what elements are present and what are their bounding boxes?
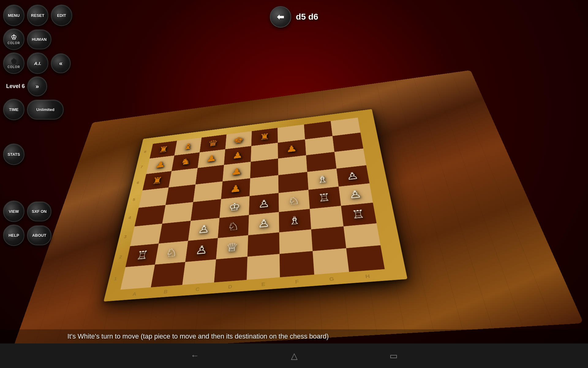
help-button[interactable]: HELP — [3, 224, 24, 246]
navigation-bar: ← △ ▭ — [0, 343, 588, 368]
king-piece-icon: ♔ — [11, 34, 17, 41]
square-f5[interactable] — [278, 172, 308, 193]
ai-row: ♚ COLOR A.I. « — [3, 52, 58, 74]
square-d4[interactable] — [220, 196, 250, 218]
square-f2[interactable] — [279, 229, 313, 254]
about-button[interactable]: ABOUT — [27, 225, 51, 245]
reset-button[interactable]: RESET — [27, 5, 48, 26]
square-h3[interactable] — [341, 203, 376, 226]
top-buttons-row: MENU RESET EDIT — [3, 5, 58, 26]
spacer — [3, 123, 58, 141]
human-button[interactable]: HUMAN — [27, 29, 51, 49]
square-f1[interactable] — [280, 251, 314, 277]
square-b3[interactable] — [159, 221, 190, 243]
square-c5[interactable] — [193, 182, 222, 202]
move-display: ⬅ d5 d6 — [270, 6, 318, 28]
help-row: HELP ABOUT — [3, 224, 58, 246]
square-c1[interactable] — [182, 259, 216, 285]
square-g4[interactable] — [308, 186, 341, 209]
square-f4[interactable] — [279, 190, 310, 212]
spacer2 — [3, 167, 58, 198]
square-b4[interactable] — [162, 202, 193, 224]
chess-board-frame: 8 7 6 5 4 3 2 1 — [104, 109, 407, 302]
square-g3[interactable] — [310, 206, 343, 229]
edit-button[interactable]: EDIT — [51, 5, 72, 26]
square-d5[interactable] — [221, 178, 250, 199]
level-next-button[interactable]: » — [27, 76, 47, 96]
status-message: It's White's turn to move (tap piece to … — [67, 332, 329, 340]
view-row: VIEW SXF ON — [3, 201, 58, 222]
ai-color-button[interactable]: ♚ COLOR — [3, 52, 24, 74]
back-arrow-icon: ⬅ — [277, 12, 284, 22]
square-e5[interactable] — [250, 175, 279, 196]
square-a1[interactable] — [120, 265, 155, 290]
player-row: ♔ COLOR HUMAN — [3, 29, 58, 50]
square-c3[interactable] — [188, 218, 220, 240]
square-f3[interactable] — [279, 209, 311, 232]
undo-button[interactable]: ⬅ — [270, 6, 291, 28]
square-a3[interactable] — [130, 224, 162, 246]
square-h5[interactable] — [336, 165, 369, 186]
view-button[interactable]: VIEW — [3, 201, 24, 222]
square-e4[interactable] — [249, 193, 279, 215]
square-h1[interactable] — [346, 245, 385, 272]
ai-button[interactable]: A.I. — [27, 52, 48, 74]
square-b2[interactable] — [155, 241, 188, 265]
level-prev-button[interactable]: « — [51, 53, 71, 73]
stats-button[interactable]: STATS — [3, 144, 24, 165]
square-g2[interactable] — [311, 226, 346, 251]
sidebar: MENU RESET EDIT ♔ COLOR HUMAN ♚ COLOR — [0, 0, 61, 251]
square-e1[interactable] — [247, 254, 280, 280]
level-row: Level 6 » — [3, 76, 58, 96]
square-e2[interactable] — [247, 232, 280, 257]
square-a2[interactable] — [126, 243, 159, 267]
status-bar: It's White's turn to move (tap piece to … — [0, 329, 588, 343]
square-h4[interactable] — [339, 183, 373, 206]
square-d1[interactable] — [214, 257, 247, 282]
king-black-piece-icon: ♚ — [11, 58, 17, 65]
square-h2[interactable] — [343, 223, 380, 248]
last-move-text: d5 d6 — [296, 12, 318, 22]
time-button[interactable]: TIME — [3, 99, 24, 120]
square-b1[interactable] — [151, 262, 185, 287]
chess-board-grid[interactable] — [120, 117, 385, 289]
chess-board-3d: 8 7 6 5 4 3 2 1 — [71, 90, 498, 326]
stats-row: STATS — [3, 144, 58, 165]
time-row: TIME Unlimited — [3, 99, 58, 120]
time-value-button[interactable]: Unlimited — [27, 100, 64, 120]
level-label: Level 6 — [3, 83, 25, 90]
square-d3[interactable] — [218, 215, 249, 238]
square-d2[interactable] — [216, 235, 248, 259]
square-c2[interactable] — [185, 238, 218, 262]
sxf-button[interactable]: SXF ON — [27, 201, 51, 221]
square-a5[interactable] — [139, 187, 169, 208]
home-nav-button[interactable]: △ — [291, 351, 298, 361]
menu-button[interactable]: MENU — [3, 5, 24, 26]
recents-nav-button[interactable]: ▭ — [390, 351, 398, 361]
square-g5[interactable] — [307, 169, 339, 190]
player-color-button[interactable]: ♔ COLOR — [3, 29, 24, 50]
square-e3[interactable] — [248, 212, 279, 235]
square-b5[interactable] — [166, 185, 195, 205]
square-a4[interactable] — [134, 205, 165, 226]
back-nav-button[interactable]: ← — [190, 351, 199, 361]
square-c4[interactable] — [190, 199, 221, 221]
square-g1[interactable] — [312, 248, 349, 275]
